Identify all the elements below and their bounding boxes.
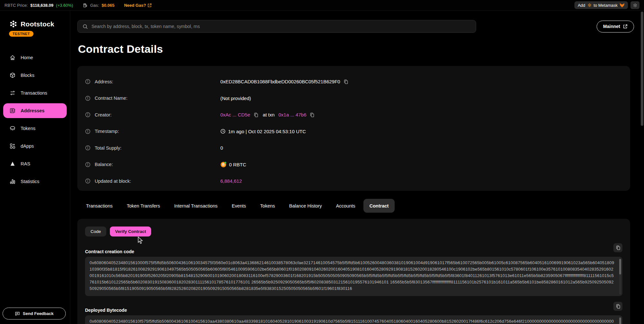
coin-icon (9, 125, 16, 132)
address-label: Address: (95, 79, 113, 84)
sidebar-item-home[interactable]: Home (3, 50, 67, 65)
detail-row-updated-block: Updated at block: 6,884,612 (85, 173, 622, 190)
testnet-badge: TESTNET (9, 31, 34, 37)
info-icon[interactable] (85, 79, 91, 84)
ras-triangle-icon (9, 161, 16, 167)
gas-label: Gas: (90, 3, 99, 8)
sidebar-item-tokens[interactable]: Tokens (3, 121, 67, 136)
page-title: Contract Details (78, 43, 163, 55)
mainnet-switch-button[interactable]: Mainnet (597, 21, 634, 32)
tab-balance-history[interactable]: Balance History (283, 199, 328, 213)
updated-block-label: Updated at block: (95, 179, 131, 184)
deployed-bytecode-label: Deployed Bytecode (85, 308, 127, 313)
creation-code-box[interactable]: 0x608060405234801561000f575f5ffd5b506004… (85, 257, 622, 296)
external-link-icon (148, 3, 152, 7)
detail-row-balance: Balance: B 0 RBTC (85, 156, 622, 173)
detail-row-contract-name: Contract Name: (Not provided) (85, 90, 622, 107)
code-scrollbar-thumb[interactable] (619, 259, 621, 274)
brand-logo[interactable]: Rootstock (0, 11, 70, 28)
tab-accounts[interactable]: Accounts (330, 199, 361, 213)
sidebar-nav: Home Blocks Transactions Addresses (0, 50, 70, 189)
svg-text:B: B (222, 163, 225, 166)
info-icon[interactable] (85, 162, 91, 167)
copy-creator-button[interactable] (253, 112, 259, 117)
gas-pump-icon (83, 3, 88, 8)
copy-address-button[interactable] (343, 79, 349, 84)
rbtc-price-label: RBTC Price: (5, 3, 28, 8)
info-icon[interactable] (85, 112, 91, 117)
top-bar: RBTC Price: $118,638.09 (+3.60%) Gas: $0… (0, 0, 644, 11)
main-content: Mainnet Contract Details Address: 0xED28… (70, 11, 644, 324)
rootstock-logo-icon (9, 20, 18, 28)
to-metamask-label: to Metamask (594, 3, 618, 8)
timestamp-value: 1m ago | Oct 02 2025 04:53:10 UTC (228, 129, 306, 134)
rbtc-price-value: $118,638.09 (30, 3, 53, 8)
sidebar-item-ras[interactable]: RAS (3, 156, 67, 171)
tab-tokens[interactable]: Tokens (254, 199, 281, 213)
deployed-bytecode-box[interactable]: 0x6080604052348015610f575f5ffd5b50600436… (85, 315, 622, 324)
copy-deployed-bytecode-button[interactable] (613, 302, 622, 311)
add-to-metamask-button[interactable]: Add to Metamask (574, 1, 628, 9)
gas-value: $0.065 (101, 3, 114, 8)
tab-token-transfers[interactable]: Token Transfers (120, 199, 166, 213)
sidebar-item-label: RAS (21, 161, 30, 166)
at-txn-label: at txn (263, 112, 275, 117)
rbtc-price-change: (+3.60%) (56, 3, 73, 8)
code-button[interactable]: Code (85, 227, 106, 236)
contract-code-card: Code Verify Contract Contract creation c… (77, 219, 630, 324)
creation-code-label: Contract creation code (85, 249, 134, 254)
sidebar-item-blocks[interactable]: Blocks (3, 68, 67, 83)
balance-label: Balance: (95, 162, 113, 167)
info-icon[interactable] (85, 145, 91, 151)
address-tabs: Transactions Token Transfers Internal Tr… (80, 199, 395, 213)
deployed-bytecode-text: 0x6080604052348015610f575f5ffd5b50600436… (90, 319, 614, 324)
search-bar (77, 20, 476, 33)
feedback-bubble-icon (15, 311, 20, 316)
metamask-fox-icon (620, 3, 625, 8)
tab-events[interactable]: Events (226, 199, 252, 213)
rootstock-flower-icon (587, 3, 592, 7)
sidebar-item-label: Tokens (21, 126, 35, 131)
send-feedback-button[interactable]: Send Feedback (3, 308, 66, 319)
copy-tx-button[interactable] (309, 112, 315, 117)
contract-name-value: (Not provided) (220, 96, 251, 101)
sidebar-item-label: Home (21, 55, 33, 60)
sidebar-item-label: Blocks (21, 73, 34, 78)
creator-tx-link[interactable]: 0x1a ... 47b6 (278, 112, 306, 117)
cube-icon (9, 72, 16, 79)
tab-internal-transactions[interactable]: Internal Transactions (168, 199, 224, 213)
bar-chart-icon (9, 178, 16, 185)
sidebar-item-addresses[interactable]: Addresses (3, 103, 67, 118)
transfer-arrows-icon (9, 90, 16, 96)
sidebar-item-dapps[interactable]: dApps (3, 139, 67, 153)
sidebar-item-label: Transactions (21, 90, 47, 96)
home-icon (9, 54, 16, 61)
creator-label: Creator: (95, 112, 111, 117)
code-scrollbar-thumb[interactable] (619, 318, 621, 324)
tab-transactions[interactable]: Transactions (80, 199, 119, 213)
brand-name: Rootstock (21, 20, 54, 28)
sidebar-item-transactions[interactable]: Transactions (3, 86, 67, 100)
page-scrollbar-thumb[interactable] (641, 12, 643, 126)
dapps-grid-icon (9, 143, 16, 149)
info-icon[interactable] (85, 129, 91, 134)
updated-block-link[interactable]: 6,884,612 (220, 178, 242, 184)
rbtc-coin-icon: B (220, 162, 226, 168)
search-input[interactable] (91, 24, 471, 29)
verify-contract-button[interactable]: Verify Contract (110, 227, 151, 236)
info-icon[interactable] (85, 178, 91, 184)
rootstock-flower-icon-gray (633, 3, 638, 8)
sidebar-item-statistics[interactable]: Statistics (3, 174, 67, 189)
rootstock-widget-button[interactable] (630, 1, 639, 9)
sidebar-item-label: dApps (21, 143, 34, 149)
creator-address-link[interactable]: 0xAc ... CD5e (220, 112, 250, 117)
contract-details-card: Address: 0xED28BCAD0B1088FbdbeDD00260BC0… (77, 66, 630, 191)
address-card-icon (9, 107, 16, 114)
copy-creation-code-button[interactable] (613, 243, 622, 252)
info-icon[interactable] (85, 96, 91, 101)
need-gas-link[interactable]: Need Gas? (124, 3, 152, 8)
tab-contract[interactable]: Contract (363, 199, 395, 213)
add-label: Add (578, 3, 585, 8)
search-icon (82, 24, 88, 29)
address-value: 0xED28BCAD0B1088FbdbeDD00260BC05f521B629… (220, 79, 340, 84)
